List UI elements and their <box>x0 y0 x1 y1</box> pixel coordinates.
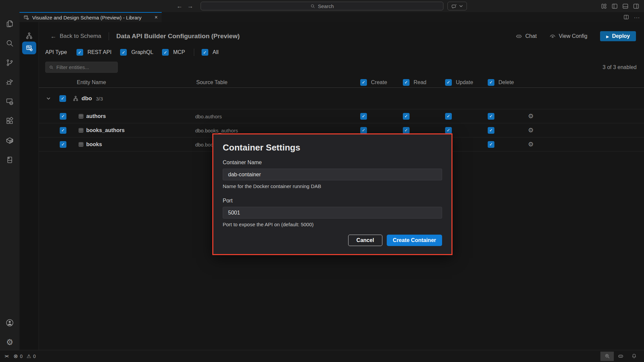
read-checkbox[interactable] <box>403 113 410 120</box>
search-icon <box>310 4 315 9</box>
row-checkbox[interactable] <box>60 127 66 134</box>
delete-checkbox[interactable] <box>488 127 494 134</box>
search-placeholder: Search <box>318 3 334 9</box>
filter-entities-input[interactable] <box>56 64 110 70</box>
deploy-button[interactable]: Deploy <box>600 31 636 41</box>
copilot-chat-icon <box>451 3 457 9</box>
source-control-icon[interactable] <box>5 58 14 67</box>
status-bar: 0 0 <box>0 350 644 362</box>
row-settings-gear-icon[interactable] <box>528 113 534 120</box>
explorer-files-icon[interactable] <box>5 19 14 28</box>
update-checkbox[interactable] <box>445 113 452 120</box>
play-icon <box>606 33 609 39</box>
toggle-primary-sidebar-icon[interactable] <box>611 3 618 9</box>
group-count: 3/3 <box>96 96 103 101</box>
graphql-option[interactable]: GraphQL <box>120 49 153 56</box>
header-divider <box>109 32 109 40</box>
create-checkbox[interactable] <box>360 127 367 134</box>
schema-icon <box>72 95 79 102</box>
col-source-table: Source Table <box>196 79 227 85</box>
api-type-label: API Type <box>45 49 67 55</box>
entity-name: authors <box>86 113 106 119</box>
graphql-checkbox[interactable] <box>120 49 127 56</box>
row-checkbox[interactable] <box>60 113 66 120</box>
navigate-forward-icon[interactable] <box>187 3 193 10</box>
container-name-input[interactable] <box>223 169 442 180</box>
all-checkbox[interactable] <box>202 49 208 56</box>
delete-checkbox[interactable] <box>488 141 494 148</box>
delete-all-checkbox[interactable] <box>488 79 494 86</box>
remote-explorer-icon[interactable] <box>5 97 14 106</box>
problems-indicator[interactable]: 0 0 <box>13 353 36 359</box>
all-option[interactable]: All <box>202 49 219 56</box>
table-row-authors[interactable]: authors dbo.authors <box>39 109 644 123</box>
warnings-icon <box>26 353 31 359</box>
account-icon[interactable] <box>5 318 14 327</box>
container-settings-dialog: Container Settings Container Name Name f… <box>212 133 452 255</box>
row-settings-gear-icon[interactable] <box>528 141 534 148</box>
back-label: Back to Schema <box>60 33 101 40</box>
editor-actions <box>623 12 640 22</box>
schema-designer-view-icon[interactable] <box>25 32 34 40</box>
split-editor-icon[interactable] <box>623 14 629 20</box>
table-icon <box>78 113 84 119</box>
database-projects-icon[interactable] <box>5 156 14 164</box>
copilot-menu-button[interactable] <box>447 2 467 10</box>
port-input[interactable] <box>223 207 442 219</box>
port-help: Port to expose the API on (default: 5000… <box>223 222 442 227</box>
command-search-input[interactable]: Search <box>201 2 443 10</box>
docker-container-icon[interactable] <box>5 136 14 145</box>
col-create: Create <box>371 79 387 85</box>
notifications-bell-icon[interactable] <box>627 352 641 361</box>
settings-gear-icon[interactable] <box>5 338 14 347</box>
cancel-button[interactable]: Cancel <box>348 235 382 246</box>
rest-api-checkbox[interactable] <box>76 49 83 56</box>
schema-tab-icon <box>23 15 29 20</box>
table-icon <box>78 141 84 147</box>
row-checkbox[interactable] <box>60 141 66 148</box>
view-config-label: View Config <box>559 33 587 39</box>
filter-entities-box[interactable] <box>45 62 118 73</box>
more-actions-icon[interactable] <box>634 14 640 20</box>
read-all-checkbox[interactable] <box>403 79 410 86</box>
update-checkbox[interactable] <box>445 127 452 134</box>
collapse-chevron-icon[interactable] <box>46 97 51 100</box>
view-config-button[interactable]: View Config <box>549 33 587 40</box>
vscode-window: Search <box>0 0 644 362</box>
toggle-panel-icon[interactable] <box>622 3 629 9</box>
customize-layout-icon[interactable] <box>601 3 607 9</box>
toggle-secondary-sidebar-icon[interactable] <box>633 3 639 9</box>
read-checkbox[interactable] <box>403 127 410 134</box>
back-to-schema-button[interactable]: Back to Schema <box>50 33 101 40</box>
table-icon <box>78 127 84 133</box>
zoom-indicator-icon[interactable] <box>600 352 614 361</box>
update-all-checkbox[interactable] <box>445 79 452 86</box>
rest-api-option[interactable]: REST API <box>76 49 112 56</box>
create-all-checkbox[interactable] <box>360 79 367 86</box>
run-debug-icon[interactable] <box>5 78 14 86</box>
rest-api-label: REST API <box>88 49 112 55</box>
dab-config-view-tile[interactable] <box>22 42 36 54</box>
schema-group-row[interactable]: dbo 3/3 <box>39 88 644 109</box>
create-checkbox[interactable] <box>360 113 367 120</box>
group-checkbox[interactable] <box>59 95 66 102</box>
remote-window-icon[interactable] <box>5 354 8 359</box>
editor-tab-bar: Visualize and Design Schema (Preview) - … <box>19 12 644 22</box>
page-header: Back to Schema Data API Builder Configur… <box>50 29 636 43</box>
navigate-back-icon[interactable] <box>176 3 182 10</box>
dialog-title: Container Settings <box>223 142 442 153</box>
close-tab-icon[interactable] <box>155 14 158 20</box>
errors-icon <box>13 353 18 359</box>
dialog-footer: Cancel Create Container <box>223 235 442 246</box>
extensions-icon[interactable] <box>5 117 14 125</box>
chat-button[interactable]: Chat <box>516 33 537 40</box>
entity-name: books_authors <box>86 127 125 133</box>
search-sidebar-icon[interactable] <box>5 39 14 48</box>
mcp-checkbox[interactable] <box>162 49 169 56</box>
tab-visualize-design-schema[interactable]: Visualize and Design Schema (Preview) - … <box>19 12 162 22</box>
mcp-option[interactable]: MCP <box>162 49 185 56</box>
create-container-button[interactable]: Create Container <box>387 235 442 246</box>
copilot-status-icon[interactable] <box>614 352 627 361</box>
row-settings-gear-icon[interactable] <box>528 127 534 134</box>
delete-checkbox[interactable] <box>488 113 494 120</box>
